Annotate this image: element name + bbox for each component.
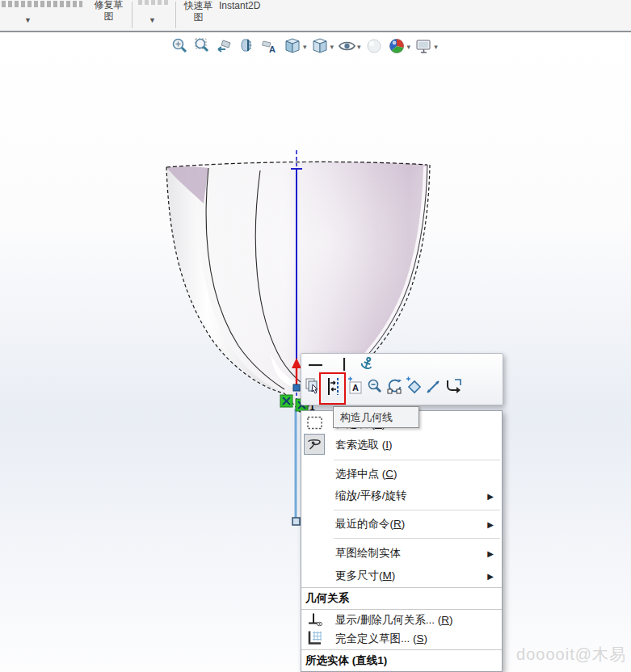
watermark: dooooit@木易 xyxy=(516,644,626,666)
anchor-icon xyxy=(358,355,376,373)
ribbon-instant2d-button[interactable]: Instant2D xyxy=(219,0,276,31)
fix-button[interactable] xyxy=(358,355,376,376)
box-select-icon xyxy=(306,414,324,433)
menu-separator xyxy=(334,538,500,539)
ribbon-repair-sketch-button[interactable]: 修复草 图 xyxy=(87,0,130,31)
replace-entity-button[interactable] xyxy=(385,376,404,401)
apply-scene-button[interactable]: ▾ xyxy=(387,36,412,57)
svg-text:A: A xyxy=(269,44,276,54)
submenu-arrow-icon: ▶ xyxy=(487,548,494,557)
menu-item-more-dimensions[interactable]: 更多尺寸(M) ▶ xyxy=(301,565,502,586)
chevron-down-icon[interactable]: ▾ xyxy=(434,43,438,51)
submenu-arrow-icon: ▶ xyxy=(487,491,494,500)
display-delete-relations-icon xyxy=(306,611,324,629)
line-endpoint-handle[interactable] xyxy=(293,384,300,391)
exit-sketch-button[interactable] xyxy=(444,376,465,401)
heads-up-toolbar: A ▾ ▾ ▾ ▾ xyxy=(170,36,439,57)
edit-appearance-button[interactable] xyxy=(364,36,385,57)
monitor-icon xyxy=(414,37,433,56)
zoom-to-area-button[interactable] xyxy=(192,36,212,57)
menu-item-recent-commands[interactable]: 最近的命令(R) ▶ xyxy=(301,513,502,535)
note-button[interactable]: A xyxy=(346,376,364,401)
submenu-arrow-icon: ▶ xyxy=(487,519,494,528)
display-style-icon xyxy=(311,37,330,56)
ribbon-strip: ▼ 修复草 图 ▼ 快速草 图 Instant2D xyxy=(0,0,631,31)
scene-ball-icon xyxy=(388,37,406,56)
rapid-sketch-label-line1: 快速草 xyxy=(178,0,219,11)
make-horizontal-icon xyxy=(306,358,326,372)
menu-item-lasso-select[interactable]: 套索选取 (I) xyxy=(301,434,502,456)
menu-item-zoom-pan-rotate[interactable]: 缩放/平移/旋转 ▶ xyxy=(301,485,502,506)
display-style-button[interactable]: ▾ xyxy=(310,36,335,57)
menu-item-fully-define-sketch[interactable]: 完全定义草图... (S) xyxy=(301,629,502,648)
eye-icon xyxy=(338,37,356,56)
chevron-down-icon[interactable]: ▾ xyxy=(303,43,307,51)
ribbon-separator xyxy=(132,2,133,28)
repair-sketch-label-line1: 修复草 xyxy=(87,0,130,10)
dimension-button[interactable] xyxy=(424,376,443,401)
clipped-label-strokes xyxy=(2,1,82,7)
svg-text:A: A xyxy=(352,383,359,393)
sketch-pattern-icon xyxy=(405,376,423,397)
section-view-icon xyxy=(238,37,257,56)
ribbon-rapid-sketch-button[interactable]: 快速草 图 xyxy=(178,0,219,31)
lasso-select-icon xyxy=(304,434,325,455)
previous-view-icon xyxy=(216,37,234,56)
note-icon: A xyxy=(346,376,364,397)
menu-separator xyxy=(334,460,500,460)
tooltip: 构造几何线 xyxy=(333,406,419,428)
rapid-sketch-label-line2: 图 xyxy=(178,11,219,23)
highlight-box xyxy=(319,372,346,405)
ribbon-clipped-left-button[interactable]: ▼ xyxy=(0,0,86,31)
line-bottom-handle[interactable] xyxy=(292,518,300,525)
zoom-to-area-icon xyxy=(193,37,212,56)
clipped-label-strokes xyxy=(138,0,169,5)
chevron-down-icon[interactable]: ▾ xyxy=(407,43,411,51)
chevron-down-icon[interactable]: ▼ xyxy=(24,16,32,24)
exit-sketch-icon xyxy=(444,376,465,397)
hide-show-items-button[interactable]: ▾ xyxy=(337,36,362,57)
menu-item-sketch-entities[interactable]: 草图绘制实体 ▶ xyxy=(301,542,502,564)
make-vertical-icon xyxy=(339,356,350,372)
submenu-arrow-icon: ▶ xyxy=(487,571,494,580)
annotation-view-icon: A xyxy=(261,37,280,56)
ribbon-separator xyxy=(175,2,176,28)
appearance-sphere-icon xyxy=(365,37,384,56)
tooltip-text: 构造几何线 xyxy=(340,411,393,423)
menu-header-relations: 几何关系 xyxy=(301,588,502,609)
dimension-icon xyxy=(424,376,443,397)
chevron-down-icon[interactable]: ▾ xyxy=(330,43,334,51)
sketch-pattern-button[interactable] xyxy=(405,376,423,401)
replace-entity-icon xyxy=(385,376,404,397)
previous-view-button[interactable] xyxy=(215,36,235,57)
view-settings-button[interactable]: ▾ xyxy=(414,36,439,57)
view-orientation-icon xyxy=(284,37,302,56)
repair-sketch-label-line2: 图 xyxy=(87,10,130,22)
ribbon-clipped-mid-button[interactable]: ▼ xyxy=(134,0,174,31)
ribbon-bottom-border xyxy=(0,31,631,32)
magnified-selection-button[interactable] xyxy=(366,376,385,401)
instant2d-label: Instant2D xyxy=(219,0,276,11)
section-view-button[interactable] xyxy=(238,36,258,57)
zoom-to-fit-button[interactable] xyxy=(170,36,190,57)
zoom-to-fit-icon xyxy=(170,37,189,56)
chevron-down-icon[interactable]: ▾ xyxy=(357,43,361,51)
fully-define-sketch-icon xyxy=(306,629,324,648)
menu-separator xyxy=(334,510,500,510)
menu-item-display-delete-relations[interactable]: 显示/删除几何关系... (R) xyxy=(301,611,502,629)
chevron-down-icon[interactable]: ▼ xyxy=(149,16,156,24)
annotation-view-button[interactable]: A xyxy=(260,36,280,57)
menu-separator xyxy=(301,609,502,610)
magnifier-minus-icon xyxy=(366,376,385,397)
menu-item-select-midpoint[interactable]: 选择中点 (C) xyxy=(301,463,502,485)
context-menu: 框选取 (B) 套索选取 (I) 选择中点 (C) 缩放/平移/旋转 ▶ 最近的… xyxy=(301,410,503,672)
view-orientation-button[interactable]: ▾ xyxy=(283,36,308,57)
menu-header-selected-entity: 所选实体 (直线1) xyxy=(301,650,502,671)
